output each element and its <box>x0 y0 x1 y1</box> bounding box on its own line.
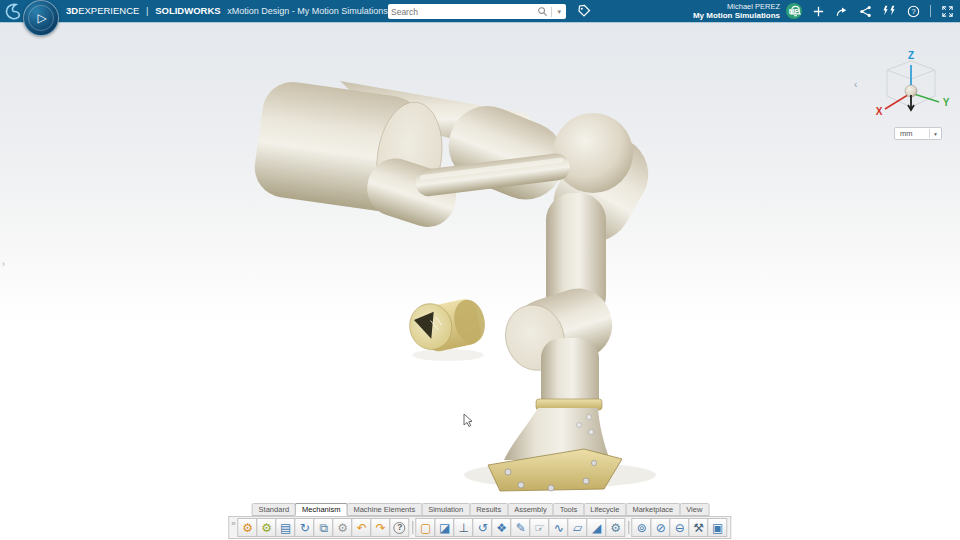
save-icon[interactable]: ▤ <box>276 518 296 537</box>
brand-3d: 3D <box>66 5 78 16</box>
fullscreen-icon[interactable] <box>941 5 954 18</box>
damper-icon[interactable]: ⊖ <box>670 518 690 537</box>
triad-y-label[interactable]: Y <box>943 97 950 108</box>
robot-scene <box>0 23 960 540</box>
document-title[interactable]: xMotion Design - My Motion Simulations <box>227 6 388 16</box>
copy-mechanism-icon[interactable]: ⧉ <box>314 518 334 537</box>
3d-viewport[interactable]: › ‹ Z X Y mm ▼ <box>0 22 960 540</box>
tool-help-icon[interactable]: ? <box>390 518 410 537</box>
tab-assembly[interactable]: Assembly <box>507 503 554 516</box>
reload-icon[interactable]: ↻ <box>295 518 315 537</box>
help-icon[interactable]: ? <box>907 5 920 18</box>
cone-icon[interactable]: ◢ <box>587 518 607 537</box>
settings-gear-icon[interactable]: ⚙ <box>333 518 353 537</box>
redo-icon[interactable]: ↷ <box>371 518 391 537</box>
user-workspace: My Motion Simulations <box>693 11 780 20</box>
export-simulation-icon[interactable]: ▣ <box>708 518 728 537</box>
reference-plane-icon[interactable]: ▱ <box>568 518 588 537</box>
search-bar[interactable]: ▾ <box>388 4 566 19</box>
toolbar-overflow-icon[interactable]: » <box>231 519 235 528</box>
top-bar: 3DEXPERIENCE | SOLIDWORKS xMotion Design… <box>0 0 960 22</box>
workpiece-cylinder[interactable] <box>405 293 489 357</box>
search-input[interactable] <box>391 7 537 17</box>
search-options-chevron-icon[interactable]: ▾ <box>555 8 563 16</box>
units-dropdown[interactable]: mm ▼ <box>894 127 942 140</box>
robot-wrist-ball[interactable] <box>553 113 633 193</box>
tab-lifecycle[interactable]: Lifecycle <box>583 503 626 516</box>
apps-lightning-icon[interactable] <box>882 5 897 18</box>
tab-view[interactable]: View <box>679 503 709 516</box>
tag-icon[interactable] <box>577 4 591 18</box>
revolute-joint-icon[interactable]: ↺ <box>473 518 493 537</box>
robot-arm-model[interactable] <box>251 78 662 491</box>
svg-text:?: ? <box>911 7 915 16</box>
share-icon[interactable] <box>835 5 849 18</box>
axis-system-icon[interactable]: ⊥ <box>454 518 474 537</box>
topbar-divider <box>930 5 931 17</box>
application-window: 3DEXPERIENCE | SOLIDWORKS xMotion Design… <box>0 0 960 540</box>
3ds-logo <box>4 2 22 20</box>
3dexperience-compass[interactable]: ▷ <box>23 0 59 36</box>
tab-marketplace[interactable]: Marketplace <box>625 503 680 516</box>
toolbar-buttons: ⚙ ⚙ ▤ ↻ ⧉ ⚙ ↶ ↷ ? ▢ ◪ ⊥ <box>239 518 728 537</box>
user-name: Michael PEREZ <box>693 2 780 11</box>
update-mechanism-icon[interactable]: ⚙ <box>238 518 258 537</box>
add-icon[interactable] <box>812 5 825 18</box>
sketch-joint-icon[interactable]: ✎ <box>511 518 531 537</box>
triad-z-label[interactable]: Z <box>908 50 914 61</box>
user-info[interactable]: Michael PEREZ My Motion Simulations <box>693 2 780 20</box>
new-mechanism-icon[interactable]: ⚙ <box>257 518 277 537</box>
app-name: SOLIDWORKS <box>155 5 220 16</box>
frame-icon[interactable]: ▢ <box>416 518 436 537</box>
tab-standard[interactable]: Standard <box>252 503 296 516</box>
topbar-icon-row: ? <box>789 0 954 22</box>
ribbon-toolbar: » ⚙ ⚙ ▤ ↻ ⧉ ⚙ ↶ ↷ ? ▢ ◪ <box>228 516 731 539</box>
view-orientation-triad[interactable]: Z X Y <box>868 49 954 135</box>
tab-tools[interactable]: Tools <box>553 503 585 516</box>
drag-component-icon[interactable]: ☞ <box>530 518 550 537</box>
compass-ring <box>28 5 54 31</box>
search-icon[interactable] <box>537 6 548 17</box>
triad-x-label[interactable]: X <box>876 106 883 117</box>
trace-path-icon[interactable]: ∿ <box>549 518 569 537</box>
mate-icon[interactable]: ❖ <box>492 518 512 537</box>
rotary-motor-icon[interactable]: ⊚ <box>632 518 652 537</box>
tab-mechanism[interactable]: Mechanism <box>295 503 347 516</box>
triad-down-arrow <box>908 95 914 110</box>
title-separator: | <box>146 5 148 16</box>
gear-pair-icon[interactable]: ⚙ <box>606 518 626 537</box>
rigid-group-icon[interactable]: ◪ <box>435 518 455 537</box>
units-caret-icon[interactable]: ▼ <box>930 131 941 137</box>
tab-simulation[interactable]: Simulation <box>421 503 470 516</box>
app-title: 3DEXPERIENCE | SOLIDWORKS xMotion Design… <box>66 0 397 22</box>
left-panel-expand-icon[interactable]: › <box>2 259 5 269</box>
triad-collapse-icon[interactable]: ‹ <box>854 79 857 90</box>
tab-results[interactable]: Results <box>469 503 508 516</box>
tab-machine-elements[interactable]: Machine Elements <box>346 503 422 516</box>
search-divider <box>551 7 552 17</box>
mouse-cursor <box>462 413 474 429</box>
brand-experience: EXPERIENCE <box>78 5 139 16</box>
robot-controller-icon[interactable]: ⚒ <box>689 518 709 537</box>
units-value: mm <box>895 129 929 138</box>
undo-icon[interactable]: ↶ <box>352 518 372 537</box>
ribbon-tab-strip: StandardMechanismMachine ElementsSimulat… <box>252 503 709 516</box>
workpiece-shadow <box>412 349 484 361</box>
linear-motor-icon[interactable]: ⊘ <box>651 518 671 537</box>
notifications-icon[interactable] <box>789 5 802 18</box>
collaborate-icon[interactable] <box>859 5 872 18</box>
